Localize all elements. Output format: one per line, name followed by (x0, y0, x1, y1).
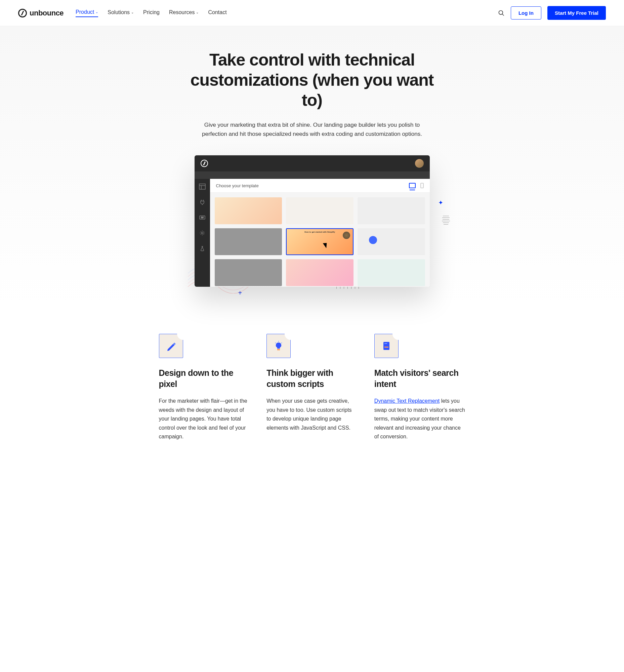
app-subbar (194, 171, 430, 179)
device-toggle (409, 183, 424, 188)
nav-product[interactable]: Product ⌄ (76, 9, 98, 17)
svg-rect-14 (384, 343, 387, 344)
app-logo-icon (201, 160, 208, 167)
feature-body: Dynamic Text Replacement lets you swap o… (374, 397, 465, 441)
layout-icon[interactable] (199, 183, 206, 190)
feature-title: Match visitors' search intent (374, 368, 465, 389)
header-right: Log In Start My Free Trial (498, 6, 606, 20)
chevron-down-icon: ⌄ (131, 10, 134, 14)
nav-contact[interactable]: Contact (208, 9, 227, 17)
svg-line-9 (275, 343, 276, 343)
feature-scripts: Think bigger with custom scripts When yo… (266, 334, 358, 441)
start-trial-button[interactable]: Start My Free Trial (547, 6, 606, 20)
sparkle-decoration-icon: ✦ (438, 199, 443, 206)
mobile-view-button[interactable] (420, 183, 424, 188)
search-icon[interactable] (498, 10, 505, 17)
chevron-down-icon: ⌄ (196, 10, 199, 14)
nav-solutions[interactable]: Solutions ⌄ (107, 9, 134, 17)
template-title: How to get started with Simplify (289, 231, 351, 233)
svg-rect-12 (383, 342, 389, 350)
template-thumbnail[interactable] (215, 228, 282, 255)
app-preview: + ✦ + IW (161, 155, 463, 287)
pencil-icon (159, 334, 183, 358)
features-section: Design down to the pixel For the markete… (141, 334, 484, 441)
app-sidebar: IW (194, 179, 210, 287)
svg-point-0 (499, 10, 503, 15)
template-thumbnail[interactable] (215, 197, 282, 224)
logo-mark-icon (18, 9, 27, 18)
feature-search-intent: Match visitors' search intent Dynamic Te… (374, 334, 465, 441)
lines-decoration-icon (442, 216, 450, 225)
hero-subtitle: Give your marketing that extra bit of sh… (198, 120, 426, 139)
flask-icon[interactable] (199, 245, 206, 251)
template-thumbnail[interactable] (215, 259, 282, 286)
nav-pricing[interactable]: Pricing (143, 9, 160, 17)
svg-point-7 (201, 232, 203, 234)
svg-line-10 (281, 343, 282, 343)
feature-body: For the marketer with flair—get in the w… (159, 397, 250, 441)
card-icon[interactable]: IW (199, 215, 206, 221)
svg-rect-2 (199, 184, 205, 189)
chevron-down-icon: ⌄ (96, 10, 98, 14)
gear-icon[interactable] (199, 230, 206, 236)
template-grid: How to get started with Simplify (210, 193, 430, 287)
template-thumbnail[interactable] (286, 259, 354, 286)
feature-title: Design down to the pixel (159, 368, 250, 389)
lightbulb-icon (266, 334, 291, 358)
toolbar-label: Choose your template (216, 183, 259, 188)
svg-rect-11 (277, 349, 280, 350)
login-button[interactable]: Log In (511, 6, 541, 20)
app-window: IW Choose your template (194, 155, 430, 287)
svg-rect-13 (384, 347, 388, 348)
plug-icon[interactable] (199, 199, 206, 205)
feature-body: When your use case gets creative, you ha… (266, 397, 358, 432)
feature-design: Design down to the pixel For the markete… (159, 334, 250, 441)
document-icon (374, 334, 398, 358)
hero-section: Take control with technical customizatio… (0, 26, 624, 307)
svg-line-1 (502, 14, 504, 16)
hero-title: Take control with technical customizatio… (184, 50, 440, 110)
template-thumbnail[interactable] (358, 228, 425, 255)
template-thumbnail-selected[interactable]: How to get started with Simplify (286, 228, 354, 255)
app-body: IW Choose your template (194, 179, 430, 287)
svg-text:IW: IW (201, 217, 204, 219)
site-header: unbounce Product ⌄ Solutions ⌄ Pricing R… (0, 0, 624, 26)
template-thumbnail[interactable] (358, 259, 425, 286)
desktop-view-button[interactable] (409, 183, 416, 188)
logo[interactable]: unbounce (18, 9, 63, 18)
app-toolbar: Choose your template (210, 179, 430, 193)
app-main: Choose your template How to get started … (210, 179, 430, 287)
dynamic-text-replacement-link[interactable]: Dynamic Text Replacement (374, 398, 440, 404)
feature-title: Think bigger with custom scripts (266, 368, 358, 389)
template-thumbnail[interactable] (286, 197, 354, 224)
template-thumbnail[interactable] (358, 197, 425, 224)
app-topbar (194, 155, 430, 171)
primary-nav: Product ⌄ Solutions ⌄ Pricing Resources … (76, 9, 227, 17)
nav-resources[interactable]: Resources ⌄ (169, 9, 199, 17)
header-left: unbounce Product ⌄ Solutions ⌄ Pricing R… (18, 9, 227, 18)
preview-dot-icon (369, 236, 377, 244)
avatar[interactable] (415, 159, 424, 168)
logo-text: unbounce (30, 9, 63, 18)
